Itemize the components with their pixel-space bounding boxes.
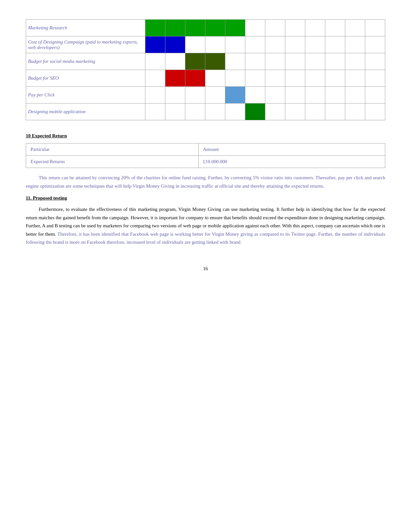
- gantt-cell: [245, 103, 265, 120]
- gantt-cell: [245, 87, 265, 103]
- gantt-cell: [285, 87, 305, 103]
- gantt-cell: [285, 53, 305, 70]
- gantt-cell: [345, 103, 365, 120]
- expected-returns-label: Expected Returns: [26, 156, 199, 168]
- gantt-cell: [225, 103, 245, 120]
- gantt-row-label: Budget for social media marketing: [26, 53, 145, 70]
- gantt-cell: [305, 70, 325, 87]
- gantt-cell: [325, 20, 345, 36]
- gantt-cell: [185, 87, 205, 103]
- gantt-cell: [365, 70, 385, 87]
- gantt-cell: [205, 36, 225, 53]
- gantt-cell: [265, 103, 285, 120]
- gantt-cell: [185, 36, 205, 53]
- gantt-row: Designing mobile application: [26, 103, 385, 120]
- gantt-cell: [185, 70, 205, 87]
- gantt-row: Budget for SEO: [26, 70, 385, 87]
- gantt-cell: [165, 36, 185, 53]
- gantt-cell: [365, 20, 385, 36]
- gantt-cell: [205, 20, 225, 36]
- gantt-row: Cost of Designing Campaign (paid to mark…: [26, 36, 385, 53]
- gantt-cell: [185, 53, 205, 70]
- gantt-cell: [165, 53, 185, 70]
- gantt-cell: [365, 53, 385, 70]
- return-table-data-row: Expected Returns £10.000.000: [26, 156, 385, 168]
- gantt-cell: [165, 87, 185, 103]
- gantt-row-label: Budget for SEO: [26, 70, 145, 87]
- expected-return-table: Particular Amount Expected Returns £10.0…: [26, 143, 385, 168]
- gantt-row: Budget for social media marketing: [26, 53, 385, 70]
- page-number: 16: [26, 266, 385, 271]
- gantt-cell: [265, 70, 285, 87]
- gantt-row-label: Cost of Designing Campaign (paid to mark…: [26, 36, 145, 53]
- gantt-cell: [225, 20, 245, 36]
- gantt-cell: [245, 53, 265, 70]
- gantt-cell: [305, 103, 325, 120]
- gantt-cell: [205, 103, 225, 120]
- gantt-table: Marketing ResearchCost of Designing Camp…: [26, 19, 385, 120]
- gantt-cell: [225, 36, 245, 53]
- gantt-cell: [305, 53, 325, 70]
- section11-paragraph-black: Furthermore, to evaluate the effectivene…: [26, 205, 385, 247]
- gantt-cell: [205, 70, 225, 87]
- gantt-cell: [345, 87, 365, 103]
- gantt-cell: [345, 53, 365, 70]
- col-particular-header: Particular: [26, 143, 199, 156]
- gantt-cell: [185, 103, 205, 120]
- gantt-cell: [305, 20, 325, 36]
- gantt-cell: [245, 36, 265, 53]
- gantt-cell: [145, 87, 165, 103]
- gantt-cell: [265, 87, 285, 103]
- gantt-cell: [145, 70, 165, 87]
- gantt-cell: [185, 20, 205, 36]
- gantt-cell: [245, 20, 265, 36]
- expected-returns-amount: £10.000.000: [198, 156, 385, 168]
- gantt-cell: [165, 70, 185, 87]
- gantt-cell: [145, 36, 165, 53]
- gantt-cell: [365, 36, 385, 53]
- gantt-cell: [325, 87, 345, 103]
- gantt-cell: [225, 53, 245, 70]
- gantt-cell: [165, 103, 185, 120]
- gantt-cell: [265, 20, 285, 36]
- gantt-cell: [345, 20, 365, 36]
- gantt-cell: [325, 53, 345, 70]
- gantt-cell: [325, 36, 345, 53]
- gantt-cell: [365, 103, 385, 120]
- col-amount-header: Amount: [198, 143, 385, 156]
- gantt-cell: [345, 70, 365, 87]
- return-table-header-row: Particular Amount: [26, 143, 385, 156]
- gantt-cell: [285, 70, 305, 87]
- gantt-cell: [285, 36, 305, 53]
- gantt-row-label: Pay per Click: [26, 87, 145, 103]
- gantt-cell: [285, 103, 305, 120]
- gantt-cell: [345, 36, 365, 53]
- gantt-row: Marketing Research: [26, 20, 385, 36]
- gantt-cell: [305, 36, 325, 53]
- gantt-cell: [325, 103, 345, 120]
- gantt-row-label: Designing mobile application: [26, 103, 145, 120]
- section11-heading: 11. Proposed testing: [26, 195, 385, 201]
- gantt-cell: [325, 70, 345, 87]
- gantt-row-label: Marketing Research: [26, 20, 145, 36]
- gantt-cell: [265, 36, 285, 53]
- gantt-cell: [145, 20, 165, 36]
- gantt-cell: [165, 20, 185, 36]
- gantt-cell: [145, 103, 165, 120]
- gantt-row: Pay per Click: [26, 87, 385, 103]
- gantt-cell: [145, 53, 165, 70]
- section10-heading: 10 Expected Return: [26, 133, 385, 139]
- gantt-cell: [205, 53, 225, 70]
- gantt-cell: [265, 53, 285, 70]
- gantt-cell: [365, 87, 385, 103]
- gantt-cell: [245, 70, 265, 87]
- section10-paragraph: This return can be attained by convincin…: [26, 174, 385, 190]
- gantt-cell: [305, 87, 325, 103]
- gantt-cell: [285, 20, 305, 36]
- gantt-cell: [225, 70, 245, 87]
- gantt-cell: [225, 87, 245, 103]
- gantt-cell: [205, 87, 225, 103]
